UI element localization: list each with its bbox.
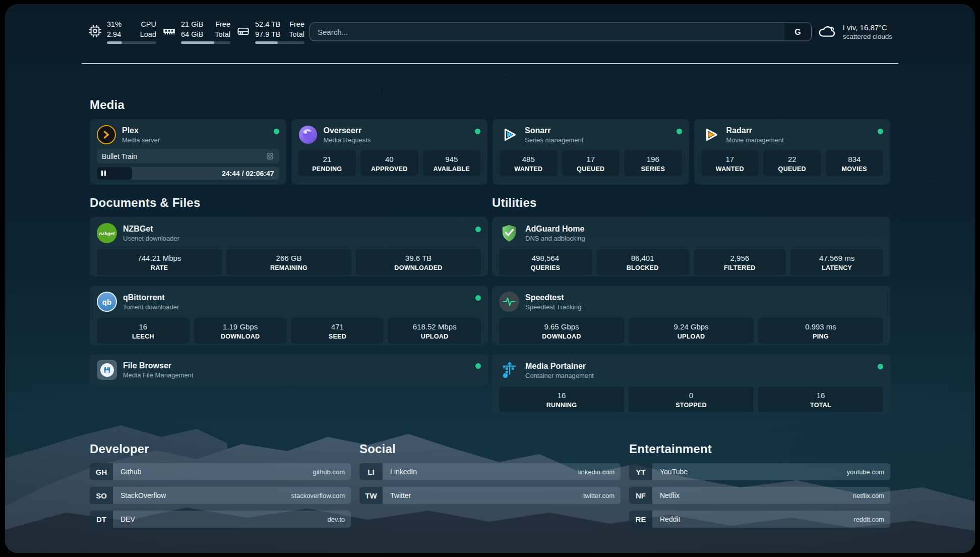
bookmark-github[interactable]: GH Github github.com: [90, 463, 351, 480]
card-qbittorrent[interactable]: qb qBittorrent Torrent downloader 16LEEC…: [90, 286, 488, 345]
stat-tile: 16LEECH: [97, 318, 190, 344]
bookmark-name: Netflix: [660, 491, 680, 499]
bookmark-youtube[interactable]: YT YouTube youtube.com: [629, 463, 890, 480]
disk-total-label: Total: [289, 30, 304, 39]
app-name: NZBGet: [123, 224, 179, 234]
disk-widget: 52.4 TB97.9 TB FreeTotal: [236, 20, 304, 43]
bookmark-name: Twitter: [390, 491, 411, 499]
stat-tile: 39.6 TBDOWNLOADED: [356, 249, 481, 275]
status-dot: [878, 364, 883, 369]
status-dot: [475, 227, 481, 232]
adguard-icon: [499, 223, 519, 243]
plex-icon: [97, 125, 116, 144]
status-dot: [475, 295, 481, 301]
app-name: Plex: [122, 126, 160, 136]
card-speedtest[interactable]: Speedtest Speedtest Tracking 9.65 GbpsDO…: [492, 286, 890, 345]
app-name: AdGuard Home: [525, 224, 585, 234]
app-subtitle: Usenet downloader: [123, 235, 179, 242]
bookmark-domain: stackoverflow.com: [291, 492, 345, 499]
stat-tile: 86,401BLOCKED: [596, 249, 689, 275]
card-sonarr[interactable]: Sonarr Series management 485WANTED 17QUE…: [493, 119, 689, 185]
status-dot: [878, 129, 883, 134]
stat-tile: 498,564QUERIES: [499, 249, 592, 275]
topbar: 31%2.94 CPULoad 21 GiB64 GiB FreeTotal: [88, 18, 892, 45]
memory-icon: [162, 24, 176, 38]
stat-tile: 40APPROVED: [360, 150, 418, 176]
bookmark-domain: twitter.com: [583, 492, 615, 499]
bookmark-abbr: LI: [359, 463, 383, 480]
search-bar[interactable]: G: [310, 23, 812, 41]
portainer-icon: [499, 360, 519, 380]
stat-tile: 2,956FILTERED: [694, 249, 786, 275]
section-title-social: Social: [359, 442, 621, 456]
cpu-usage-value: 31%: [107, 20, 121, 29]
stat-tile: 945AVAILABLE: [423, 150, 481, 176]
stat-tile: 266 GBREMAINING: [226, 249, 351, 275]
card-adguard[interactable]: AdGuard Home DNS and adblocking 498,564Q…: [492, 217, 890, 276]
card-overseerr[interactable]: Overseerr Media Requests 21PENDING 40APP…: [291, 119, 488, 185]
section-title-documents: Documents & Files: [90, 196, 488, 210]
stat-tile: 22QUEUED: [763, 150, 821, 176]
stat-tile: 16RUNNING: [499, 386, 624, 412]
cpu-load-label: Load: [140, 30, 156, 39]
cpu-icon: [88, 24, 102, 38]
status-dot: [274, 129, 279, 134]
session-type-icon: [266, 152, 274, 160]
app-subtitle: Speedtest Tracking: [525, 303, 581, 311]
app-subtitle: Media server: [122, 136, 160, 144]
bookmark-reddit[interactable]: RE Reddit reddit.com: [629, 511, 890, 528]
section-title-utilities: Utilities: [492, 196, 890, 210]
bookmark-linkedin[interactable]: LI LinkedIn linkedin.com: [359, 463, 621, 480]
plex-now-playing: Bullet Train: [97, 149, 279, 163]
stat-tile: 618.52 MbpsUPLOAD: [388, 318, 481, 344]
cpu-usage-label: CPU: [140, 20, 156, 29]
bookmark-twitter[interactable]: TW Twitter twitter.com: [359, 487, 621, 504]
stat-tile: 21PENDING: [298, 150, 356, 176]
bookmark-name: YouTube: [660, 468, 688, 476]
stat-tile: 9.24 GbpsUPLOAD: [629, 318, 754, 344]
app-name: qBittorrent: [123, 293, 179, 303]
card-filebrowser[interactable]: File Browser Media File Management: [90, 354, 488, 385]
stat-tile: 196SERIES: [624, 150, 682, 176]
memory-free-value: 21 GiB: [181, 20, 203, 29]
stat-tile: 47.569 msLATENCY: [790, 249, 883, 275]
disk-free-label: Free: [289, 20, 304, 29]
section-title-developer: Developer: [90, 442, 351, 456]
search-provider-button[interactable]: G: [784, 23, 811, 41]
section-media: Media Plex Media server Bullet Train: [90, 98, 890, 185]
bookmark-dev[interactable]: DT DEV dev.to: [90, 511, 351, 528]
app-subtitle: Torrent downloader: [123, 303, 179, 311]
status-dot: [677, 129, 682, 134]
stat-tile: 471SEED: [291, 318, 384, 344]
card-nzbget[interactable]: nzbget NZBGet Usenet downloader 744.21 M…: [90, 217, 488, 276]
card-plex[interactable]: Plex Media server Bullet Train 24:44 / 0…: [90, 119, 286, 185]
bookmark-domain: youtube.com: [847, 468, 884, 476]
playback-time: 24:44 / 02:06:47: [222, 170, 274, 178]
memory-total-value: 64 GiB: [181, 30, 203, 39]
weather-condition: scattered clouds: [843, 33, 892, 40]
weather-widget: Lviv, 16.87°C scattered clouds: [818, 23, 892, 40]
header-divider: [82, 63, 898, 64]
disk-free-value: 52.4 TB: [255, 20, 281, 29]
bookmark-name: DEV: [120, 515, 135, 523]
memory-free-label: Free: [215, 20, 230, 29]
stat-tile: 1.19 GbpsDOWNLOAD: [194, 318, 287, 344]
card-portainer[interactable]: Media Portainer Container management 16R…: [492, 354, 890, 414]
memory-progress-bar: [181, 41, 230, 44]
dashboard-screen: 31%2.94 CPULoad 21 GiB64 GiB FreeTotal: [5, 4, 975, 553]
app-subtitle: Container management: [525, 372, 594, 379]
app-name: Radarr: [726, 126, 784, 136]
bookmark-domain: reddit.com: [853, 516, 884, 523]
card-radarr[interactable]: Radarr Movie management 17WANTED 22QUEUE…: [694, 119, 891, 185]
bookmark-netflix[interactable]: NF Netflix netflix.com: [629, 487, 890, 504]
app-name: Overseerr: [324, 126, 371, 136]
stat-tile: 0.993 msPING: [758, 318, 883, 344]
disk-total-value: 97.9 TB: [255, 30, 281, 39]
section-middle: Documents & Files nzbget NZBGet Usenet d…: [90, 196, 890, 414]
search-input[interactable]: [310, 23, 784, 41]
disk-progress-bar: [255, 41, 304, 44]
bookmark-stackoverflow[interactable]: SO StackOverflow stackoverflow.com: [90, 487, 351, 504]
bookmark-name: Reddit: [660, 515, 680, 523]
bookmark-domain: netflix.com: [853, 492, 884, 499]
app-name: File Browser: [123, 361, 193, 371]
